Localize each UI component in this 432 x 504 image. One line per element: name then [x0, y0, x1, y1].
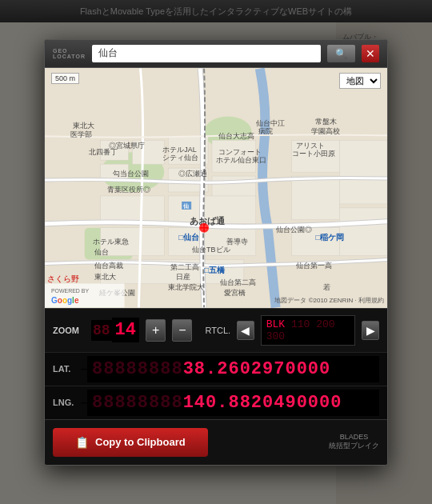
svg-text:善導寺: 善導寺 — [226, 237, 248, 245]
lng-dim: 88888888 — [92, 393, 183, 413]
svg-text:第二工高: 第二工高 — [170, 262, 199, 270]
map-attribution: 地図データ ©2010 ZENRIN · 利用規約 — [274, 296, 384, 305]
rtcl-label: RTCL. — [205, 326, 230, 335]
rtcl-next-button[interactable]: ▶ — [362, 321, 379, 340]
modal-logo: GEO LOCATOR — [53, 48, 86, 59]
svg-text:コンフォート: コンフォート — [218, 148, 262, 156]
zoom-value: 14 — [112, 318, 139, 342]
svg-text:□仙台: □仙台 — [178, 232, 199, 241]
svg-rect-19 — [339, 140, 387, 204]
controls-bar: ZOOM 8814 + − RTCL. ◀ BLK 110 200 300 ▶ — [45, 308, 387, 352]
zoom-label: ZOOM — [53, 326, 85, 335]
svg-text:◎宮城県庁: ◎宮城県庁 — [109, 142, 145, 150]
close-button[interactable]: ✕ — [362, 45, 379, 62]
svg-text:学園高校: 学園高校 — [311, 127, 340, 135]
svg-text:□五橋: □五橋 — [204, 266, 226, 274]
svg-text:仙台TBビル: 仙台TBビル — [192, 245, 230, 253]
svg-text:東北大: 東北大 — [73, 122, 94, 130]
rtcl-prev-button[interactable]: ◀ — [237, 321, 254, 340]
svg-text:◎広瀬通: ◎広瀬通 — [178, 170, 207, 178]
svg-text:病院: 病院 — [258, 127, 273, 135]
modal-overlay: GEO LOCATOR 🔍 ✕ — [0, 0, 432, 504]
rtcl-value: BLK — [266, 318, 285, 330]
svg-text:あおば通: あおば通 — [190, 215, 226, 225]
google-logo: Google — [51, 296, 78, 305]
svg-text:コート小田原: コート小田原 — [292, 150, 335, 158]
lat-value: 38.2602970000 — [183, 359, 331, 379]
svg-text:シティ仙台: シティ仙台 — [162, 154, 198, 162]
lng-label: LNG. — [53, 398, 81, 407]
svg-text:仙台公園◎: 仙台公園◎ — [276, 225, 312, 233]
svg-text:愛宮橋: 愛宮橋 — [224, 289, 246, 297]
svg-text:アリスト: アリスト — [296, 142, 325, 150]
svg-text:仙: 仙 — [182, 202, 189, 208]
svg-text:仙台大志高: 仙台大志高 — [218, 132, 254, 140]
lng-display: 88888888140.8820490000 — [87, 390, 379, 416]
copy-row: 📋 Copy to Clipboard BLADES 統括型ブレイク — [45, 419, 387, 465]
svg-text:青葉区役所◎: 青葉区役所◎ — [107, 185, 150, 193]
rtcl-display: BLK 110 200 300 — [261, 315, 356, 346]
copy-to-clipboard-button[interactable]: 📋 Copy to Clipboard — [53, 428, 208, 457]
svg-text:医学部: 医学部 — [70, 130, 92, 138]
svg-rect-20 — [339, 207, 387, 255]
clipboard-icon: 📋 — [75, 436, 89, 449]
svg-rect-17 — [292, 176, 340, 220]
title-bar: GEO LOCATOR 🔍 ✕ — [45, 40, 387, 68]
lng-value: 140.8820490000 — [183, 393, 342, 413]
zoom-out-button[interactable]: − — [172, 319, 192, 342]
svg-text:仙台第一高: 仙台第一高 — [296, 261, 332, 269]
lat-dim: 88888888 — [92, 359, 183, 379]
zoom-in-button[interactable]: + — [146, 319, 166, 342]
svg-text:仙台中江: 仙台中江 — [256, 119, 285, 127]
lat-display: 8888888838.2602970000 — [87, 356, 379, 382]
blades-logo: BLADES 統括型ブレイク — [329, 433, 379, 451]
svg-text:常盤木: 常盤木 — [315, 118, 337, 126]
svg-text:仙台第二高: 仙台第二高 — [220, 278, 256, 286]
svg-text:ホテルJAL: ホテルJAL — [162, 146, 196, 154]
map-scale: 500 m — [51, 73, 79, 84]
map-type-select[interactable]: 地図 — [339, 73, 381, 89]
svg-text:仙台: 仙台 — [94, 247, 109, 255]
svg-text:□稲ケ岡: □稲ケ岡 — [315, 232, 344, 241]
map-container[interactable]: 北四番丁 東北大 医学部 青葉区役所◎ ◎宮城県庁 勾当台公園 ホテルJAL シ… — [45, 68, 387, 308]
copy-button-label: Copy to Clipboard — [95, 436, 186, 448]
lat-label: LAT. — [53, 364, 81, 374]
svg-text:東北学院大: 東北学院大 — [168, 283, 204, 291]
zoom-dim: 88 — [91, 320, 112, 341]
svg-text:さくら野: さくら野 — [47, 274, 79, 283]
svg-text:ホテル仙台東口: ホテル仙台東口 — [216, 156, 266, 164]
svg-text:ホテル東急: ホテル東急 — [93, 237, 129, 245]
lng-row: LNG. – 88888888140.8820490000 — [45, 386, 387, 419]
svg-text:仙台高裁: 仙台高裁 — [94, 261, 123, 269]
svg-text:日産: 日産 — [176, 273, 190, 281]
svg-text:若: 若 — [323, 283, 330, 291]
modal-window: GEO LOCATOR 🔍 ✕ — [44, 39, 388, 466]
svg-text:POWERED BY: POWERED BY — [51, 288, 89, 294]
lat-row: LAT. – 8888888838.2602970000 — [45, 352, 387, 386]
svg-text:東北大: 東北大 — [94, 273, 116, 281]
search-button[interactable]: 🔍 — [327, 45, 355, 62]
search-input[interactable] — [92, 45, 321, 62]
map-svg: 北四番丁 東北大 医学部 青葉区役所◎ ◎宮城県庁 勾当台公園 ホテルJAL シ… — [45, 68, 387, 308]
svg-text:勾当台公園: 勾当台公園 — [113, 170, 149, 178]
